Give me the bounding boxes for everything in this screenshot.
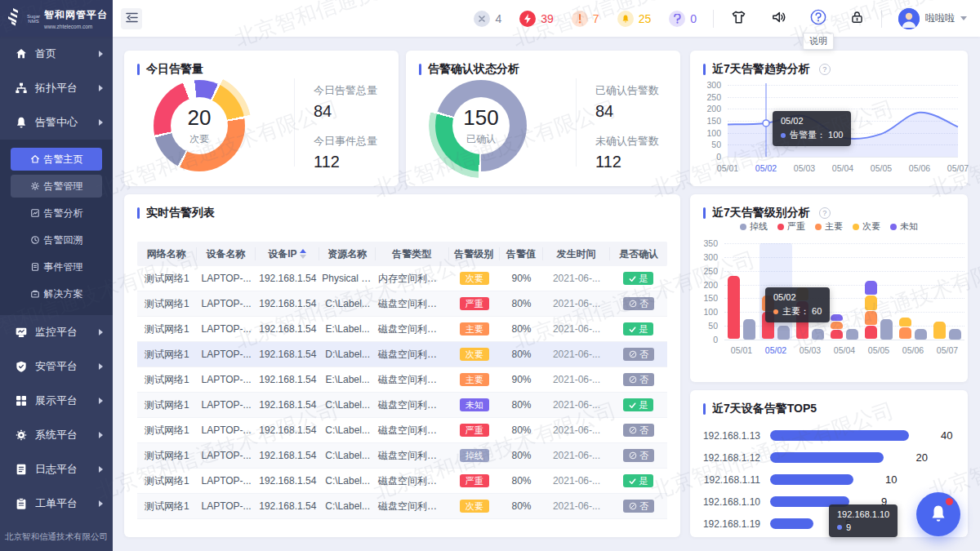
stat-value: 112 <box>314 153 377 171</box>
bar-主要[interactable] <box>865 311 877 326</box>
sidebar-item-工单平台[interactable]: 工单平台 <box>0 487 113 521</box>
sidebar-subitem-label: 解决方案 <box>44 287 83 301</box>
table-row[interactable]: 测试网络1LAPTOP-...192.168.1.54E:\Label...磁盘… <box>137 367 667 393</box>
sidebar-item-监控平台[interactable]: 监控平台 <box>0 315 113 349</box>
help-circle-icon[interactable]: ? <box>819 207 831 219</box>
x-axis-label: 05/04 <box>826 345 862 355</box>
table-row[interactable]: 测试网络1LAPTOP-...192.168.1.54C:\Label...磁盘… <box>137 469 667 494</box>
table-row[interactable]: 测试网络1LAPTOP-...192.168.1.54C:\Label...磁盘… <box>137 494 667 519</box>
table-row[interactable]: 测试网络1LAPTOP-...192.168.1.54Physical M...… <box>137 266 667 291</box>
alarm-level-badge: 严重 <box>449 297 500 310</box>
announcement-button[interactable] <box>770 8 787 29</box>
legend-item-主要[interactable]: 主要 <box>815 220 843 233</box>
bar-掉线[interactable] <box>743 319 755 340</box>
table-header-告警级别: 告警级别 <box>449 247 500 260</box>
table-cell: 192.168.1.54 <box>256 323 319 335</box>
table-row[interactable]: 测试网络1LAPTOP-...192.168.1.54C:\Label...磁盘… <box>137 418 667 443</box>
sidebar-subitem-告警管理[interactable]: 告警管理 <box>11 175 102 198</box>
bar-次要[interactable] <box>899 318 911 327</box>
sidebar-item-告警中心[interactable]: 告警中心 <box>0 105 113 140</box>
level-bar-chart[interactable]: 05010015020025030035005/0105/0205/0305/0… <box>695 237 964 366</box>
bar-主要[interactable] <box>831 322 843 329</box>
table-cell: 2021-06-... <box>543 500 610 512</box>
legend-item-掉线[interactable]: 掉线 <box>740 220 768 233</box>
help-circle-icon[interactable]: ? <box>819 64 831 75</box>
bar-掉线[interactable] <box>880 319 893 340</box>
sidebar-subitem-告警分析[interactable]: 告警分析 <box>11 202 102 224</box>
legend-dot <box>777 224 784 230</box>
confirm-status-badge: 是 <box>610 272 667 285</box>
theme-button[interactable] <box>730 8 747 29</box>
unknown-alarms-badge[interactable]: 0 <box>669 11 697 27</box>
critical-alarms-badge[interactable]: 39 <box>519 11 554 27</box>
table-header-设备IP[interactable]: 设备IP <box>256 247 319 260</box>
sidebar-collapse-button[interactable] <box>121 8 142 29</box>
top5-device-label: 192.168.1.10 <box>698 496 770 508</box>
top5-bar[interactable] <box>770 474 853 485</box>
bar-严重[interactable] <box>865 326 877 339</box>
bar-未知[interactable] <box>831 314 843 321</box>
bar-掉线[interactable] <box>915 329 927 340</box>
table-cell: 测试网络1 <box>137 424 197 438</box>
sidebar-item-日志平台[interactable]: 日志平台 <box>0 452 113 487</box>
legend-item-次要[interactable]: 次要 <box>853 220 880 233</box>
sidebar-item-label: 拓扑平台 <box>35 81 91 96</box>
bar-掉线[interactable] <box>846 329 858 340</box>
cleared-alarms-badge[interactable]: 4 <box>474 11 501 27</box>
table-cell: 80% <box>500 298 543 309</box>
y-axis-label: 0 <box>693 335 718 344</box>
user-name: 啦啦啦 <box>925 11 955 25</box>
table-cell: LAPTOP-... <box>197 323 256 335</box>
alarm-notification-fab[interactable] <box>916 492 960 536</box>
sidebar-subitem-告警回溯[interactable]: 告警回溯 <box>11 229 102 251</box>
bar-次要[interactable] <box>933 322 946 339</box>
bar-严重[interactable] <box>728 276 740 339</box>
bar-掉线[interactable] <box>777 326 790 340</box>
bar-主要[interactable] <box>899 327 911 339</box>
table-row[interactable]: 测试网络1LAPTOP-...192.168.1.54C:\Label...磁盘… <box>137 291 667 317</box>
table-cell: 192.168.1.54 <box>256 450 319 461</box>
sidebar-subitem-事件管理[interactable]: 事件管理 <box>11 256 102 278</box>
legend-item-严重[interactable]: 严重 <box>777 220 805 233</box>
user-menu[interactable]: 啦啦啦 <box>898 8 967 29</box>
bar-严重[interactable] <box>831 330 843 339</box>
table-row[interactable]: 测试网络1LAPTOP-...192.168.1.54C:\Label...磁盘… <box>137 393 667 418</box>
top5-bar[interactable] <box>770 430 909 441</box>
legend-item-未知[interactable]: 未知 <box>890 220 918 233</box>
top5-bar[interactable] <box>770 518 813 529</box>
today-alarm-donut[interactable]: 20 次要 <box>154 80 245 171</box>
bar-未知[interactable] <box>865 281 877 295</box>
minor-alarms-badge[interactable]: 25 <box>617 11 652 27</box>
sidebar-subitem-告警主页[interactable]: 告警主页 <box>11 148 102 171</box>
clock-sub-icon <box>30 235 40 245</box>
table-cell: LAPTOP-... <box>197 500 256 512</box>
sidebar-item-展示平台[interactable]: 展示平台 <box>0 384 113 418</box>
table-row[interactable]: 测试网络1LAPTOP-...192.168.1.54D:\Label...磁盘… <box>137 342 667 367</box>
bar-次要[interactable] <box>865 295 877 310</box>
major-alarms-badge[interactable]: 7 <box>572 11 599 27</box>
chart-tooltip: 05/02主要： 60 <box>765 287 830 322</box>
card-title: 近7天告警级别分析 <box>712 206 810 220</box>
lock-screen-button[interactable] <box>849 8 865 29</box>
sidebar-item-系统平台[interactable]: 系统平台 <box>0 418 113 452</box>
sidebar-item-拓扑平台[interactable]: 拓扑平台 <box>0 71 113 105</box>
level-pill: 掉线 <box>460 449 489 462</box>
table-row[interactable]: 测试网络1LAPTOP-...192.168.1.54E:\Label...磁盘… <box>137 317 667 342</box>
sidebar-subitem-解决方案[interactable]: 解决方案 <box>11 282 102 305</box>
sidebar-item-首页[interactable]: 首页 <box>0 37 113 71</box>
confirmed-pill: 是 <box>623 398 653 411</box>
bar-掉线[interactable] <box>812 329 824 340</box>
bell-icon <box>617 11 634 27</box>
help-button[interactable]: 说明 <box>810 8 826 29</box>
title-accent <box>703 403 706 415</box>
bar-掉线[interactable] <box>949 329 961 340</box>
table-row[interactable]: 测试网络1LAPTOP-...192.168.1.54C:\Label...磁盘… <box>137 443 667 469</box>
trend-line-chart[interactable]: 05010015020025030005/0105/0205/0305/0405… <box>695 78 964 181</box>
table-cell: 内存空间利用率 <box>376 272 449 286</box>
confirmed-pill: 是 <box>623 322 653 335</box>
sidebar-item-安管平台[interactable]: 安管平台 <box>0 349 113 384</box>
title-accent <box>419 64 421 75</box>
top5-bar[interactable] <box>770 452 884 463</box>
avatar <box>898 8 920 29</box>
confirm-status-donut[interactable]: 150 已确认 <box>435 80 527 171</box>
